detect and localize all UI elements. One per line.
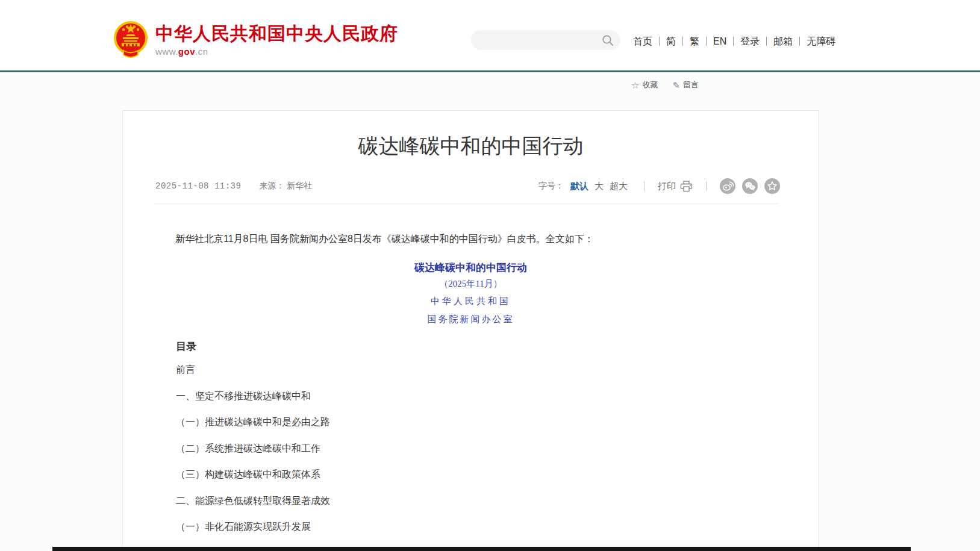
divider	[155, 204, 779, 204]
doc-title: 碳达峰碳中和的中国行动	[123, 261, 819, 275]
toc-item-section1: 一、坚定不移推进碳达峰碳中和	[176, 391, 782, 417]
article-action-bar: ☆ 收藏 ✎ 留言	[631, 79, 699, 90]
font-size-xlarge[interactable]: 超大	[610, 181, 628, 192]
toc-item-section1-2: （二）系统推进碳达峰碳中和工作	[176, 443, 782, 470]
favorite-label: 收藏	[642, 79, 658, 90]
search-icon	[602, 34, 614, 46]
doc-org-line1: 中华人民共和国	[123, 296, 819, 307]
toc-item-section1-1: （一）推进碳达峰碳中和是必由之路	[176, 417, 782, 443]
search-box	[471, 30, 620, 50]
article-meta-row: 2025-11-08 11:39 来源： 新华社 字号： 默认 大 超大 打印	[155, 181, 780, 194]
doc-org-line2: 国务院新闻办公室	[123, 314, 819, 325]
bottom-edge-strip	[52, 547, 911, 551]
toc-item-preface: 前言	[176, 364, 782, 391]
article-card: 碳达峰碳中和的中国行动 2025-11-08 11:39 来源： 新华社 字号：…	[122, 110, 819, 551]
site-url: www.gov.cn	[155, 46, 398, 57]
source-value: 新华社	[287, 181, 312, 190]
meta-right: 字号： 默认 大 超大 打印	[538, 178, 780, 194]
article-title: 碳达峰碳中和的中国行动	[123, 132, 819, 160]
site-url-prefix: www.	[155, 46, 178, 57]
nav-english[interactable]: EN	[706, 37, 733, 46]
toc-title: 目录	[176, 340, 196, 353]
toc-item-section1-3: （三）构建碳达峰碳中和政策体系	[176, 469, 782, 496]
nav-simplified[interactable]: 简	[659, 37, 682, 46]
font-size-default[interactable]: 默认	[570, 181, 588, 192]
nav-accessibility[interactable]: 无障碍	[799, 37, 842, 46]
comment-label: 留言	[683, 79, 699, 90]
favorite-button[interactable]: ☆ 收藏	[631, 79, 658, 90]
source-label: 来源：	[259, 181, 284, 190]
site-header: 中华人民共和国中央人民政府 www.gov.cn 首页 简 繁 EN 登录 邮箱…	[0, 0, 980, 72]
intro-paragraph: 新华社北京11月8日电 国务院新闻办公室8日发布《碳达峰碳中和的中国行动》白皮书…	[156, 231, 782, 246]
star-outline-icon: ☆	[631, 81, 639, 90]
site-url-gov: gov	[178, 46, 195, 57]
star-icon[interactable]	[764, 178, 780, 194]
toc-item-section2-1: （一）非化石能源实现跃升发展	[176, 521, 782, 548]
toc-item-section2: 二、能源绿色低碳转型取得显著成效	[176, 496, 782, 522]
source: 来源： 新华社	[259, 181, 312, 191]
national-emblem-icon	[113, 20, 148, 59]
divider	[706, 181, 707, 191]
print-button[interactable]: 打印	[658, 181, 693, 192]
site-url-suffix: .cn	[195, 46, 208, 57]
toc-list: 前言 一、坚定不移推进碳达峰碳中和 （一）推进碳达峰碳中和是必由之路 （二）系统…	[176, 364, 782, 548]
site-logo-link[interactable]: 中华人民共和国中央人民政府 www.gov.cn	[113, 20, 398, 59]
nav-login[interactable]: 登录	[733, 37, 766, 46]
site-title-block: 中华人民共和国中央人民政府 www.gov.cn	[155, 20, 398, 57]
doc-date: （2025年11月）	[123, 278, 819, 290]
printer-icon	[680, 181, 693, 192]
site-title: 中华人民共和国中央人民政府	[155, 24, 398, 43]
wechat-icon[interactable]	[742, 178, 758, 194]
share-icons	[720, 178, 780, 194]
divider	[644, 181, 644, 191]
comment-button[interactable]: ✎ 留言	[672, 79, 699, 90]
font-size-large[interactable]: 大	[595, 181, 604, 192]
search-input[interactable]	[471, 30, 599, 50]
publish-date: 2025-11-08 11:39	[155, 181, 241, 191]
nav-traditional[interactable]: 繁	[682, 37, 706, 46]
meta-left: 2025-11-08 11:39 来源： 新华社	[155, 181, 312, 191]
weibo-icon[interactable]	[720, 178, 735, 194]
print-label: 打印	[658, 181, 676, 192]
top-nav: 首页 简 繁 EN 登录 邮箱 无障碍	[626, 34, 842, 48]
search-button[interactable]	[599, 31, 617, 49]
nav-home[interactable]: 首页	[626, 37, 659, 46]
nav-mail[interactable]: 邮箱	[766, 37, 799, 46]
pencil-icon: ✎	[672, 81, 680, 90]
font-size-label: 字号：	[538, 181, 564, 191]
